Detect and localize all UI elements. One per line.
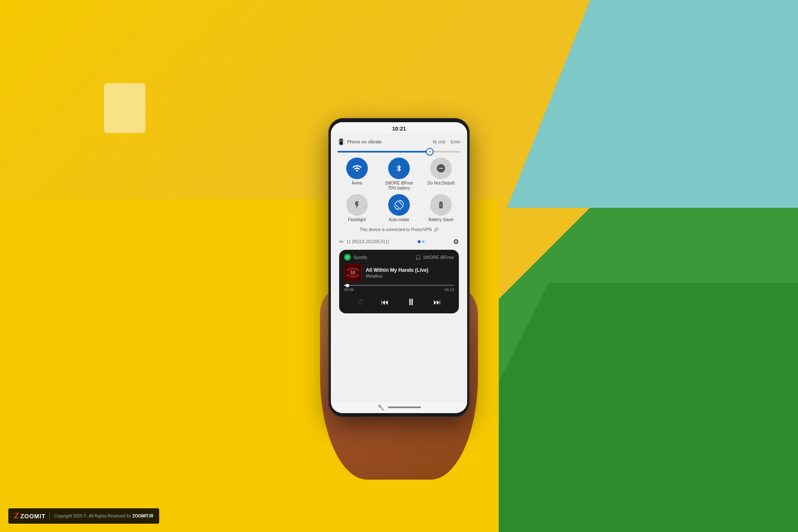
toggle-bluetooth: 1MORE iBFree 70% battery: [379, 158, 418, 191]
vpn-notice: This device is connected to ProtonVPN 🔗: [337, 226, 461, 234]
plant-decoration: [83, 8, 166, 133]
autorotate-button[interactable]: [388, 194, 410, 216]
brightness-row[interactable]: ✦: [337, 149, 461, 154]
album-art: M: [344, 264, 362, 281]
previous-button[interactable]: ⏮: [379, 296, 390, 308]
status-bar: 10:21: [331, 122, 467, 133]
plant-pot: [104, 83, 145, 133]
dnd-option-1[interactable]: lls only: [433, 140, 446, 144]
progress-thumb: [346, 284, 349, 287]
build-dots: [418, 240, 425, 243]
spotify-card[interactable]: Spotify 🎧 1MORE iBFree: [339, 250, 459, 313]
dnd-option-2[interactable]: Emer: [451, 140, 461, 144]
build-left: ✏ 11 (RQ1A.201205.011): [339, 239, 389, 245]
pause-button[interactable]: ⏸: [405, 295, 417, 309]
svg-text:M: M: [350, 269, 355, 276]
nav-icon: 🔧: [377, 404, 384, 411]
playback-controls: ♡ ⏮ ⏸ ⏭: [344, 295, 454, 309]
toggle-autorotate: Auto-rotate: [379, 194, 418, 222]
spotify-app-name: Spotify: [353, 255, 367, 260]
battery-saver-label: Battery Saver: [429, 217, 454, 222]
track-title: All Within My Hands (Live): [366, 267, 454, 273]
spotify-track-row: M All Within My Hands (Live) Metallica: [344, 264, 454, 281]
time-current: 00:09: [344, 288, 354, 292]
spotify-app-info: Spotify: [344, 254, 367, 261]
watermark-logo: Z ZOOMIT: [14, 512, 45, 520]
vpn-text: This device is connected to ProtonVPN: [360, 227, 431, 232]
phone-scene: 10:21 📳 Phone on vibrate lls only Emer: [295, 76, 503, 471]
vibrate-row: 📳 Phone on vibrate lls only Emer: [337, 138, 461, 146]
build-info: 11 (RQ1A.201205.011): [346, 239, 389, 244]
vibrate-left: 📳 Phone on vibrate: [337, 138, 382, 145]
watermark-z-icon: Z: [14, 512, 19, 520]
vpn-icon: 🔗: [433, 227, 438, 232]
toggle-dnd: Do Not Disturb: [422, 158, 461, 191]
vibrate-icon: 📳: [337, 138, 345, 145]
spotify-icon: [344, 254, 351, 261]
build-dot-1: [418, 240, 421, 243]
next-button[interactable]: ⏭: [432, 296, 443, 308]
brightness-fill: [337, 151, 430, 153]
dnd-button[interactable]: [430, 158, 452, 179]
bluetooth-label: 1MORE iBFree 70% battery: [385, 181, 413, 191]
headphone-icon: 🎧: [415, 255, 421, 260]
brightness-track[interactable]: ✦: [337, 151, 461, 153]
flashlight-label: Flashlight: [348, 217, 366, 222]
toggle-grid-row1: Avina 1MORE iBFree 70% battery: [337, 158, 461, 191]
build-row: ✏ 11 (RQ1A.201205.011) ⚙: [337, 237, 461, 246]
nav-bar: 🔧: [331, 402, 467, 413]
progress-bar[interactable]: [344, 285, 454, 286]
watermark: Z ZOOMIT Copyright 2020 ©, All Rights Re…: [8, 508, 159, 524]
wifi-button[interactable]: [346, 158, 368, 179]
edit-icon[interactable]: ✏: [339, 239, 344, 245]
brightness-thumb[interactable]: ✦: [426, 148, 433, 155]
track-artist: Metallica: [366, 274, 454, 278]
spotify-header: Spotify 🎧 1MORE iBFree: [344, 254, 454, 261]
status-time: 10:21: [392, 126, 406, 132]
track-info: All Within My Hands (Live) Metallica: [366, 267, 454, 278]
vibrate-label: Phone on vibrate: [347, 139, 382, 144]
bluetooth-button[interactable]: [388, 158, 410, 179]
device-name: 1MORE iBFree: [423, 255, 454, 260]
toggle-battery-saver: Battery Saver: [422, 194, 461, 222]
phone-screen: 10:21 📳 Phone on vibrate lls only Emer: [331, 122, 467, 413]
toggle-wifi: Avina: [337, 158, 376, 191]
settings-icon[interactable]: ⚙: [453, 238, 459, 246]
brightness-thumb-icon: ✦: [429, 150, 431, 154]
home-indicator[interactable]: [388, 406, 421, 408]
time-row: 00:09 06:13: [344, 288, 454, 292]
quick-settings-panel: 📳 Phone on vibrate lls only Emer: [331, 133, 467, 402]
dnd-label: Do Not Disturb: [428, 181, 455, 186]
watermark-copyright: Copyright 2020 ©, All Rights Reserved fo…: [54, 514, 153, 518]
spotify-device: 🎧 1MORE iBFree: [415, 255, 454, 260]
wifi-label: Avina: [352, 181, 362, 186]
watermark-divider: [49, 512, 50, 520]
toggle-grid-row2: Flashlight Auto-rotate: [337, 194, 461, 222]
autorotate-label: Auto-rotate: [389, 217, 409, 222]
build-dot-2: [422, 240, 425, 243]
toggle-flashlight: Flashlight: [337, 194, 376, 222]
battery-saver-button[interactable]: [430, 194, 452, 216]
bg-teal: [507, 0, 798, 208]
flashlight-button[interactable]: [346, 194, 368, 216]
phone-frame: 10:21 📳 Phone on vibrate lls only Emer: [328, 118, 470, 417]
time-total: 06:13: [444, 288, 454, 292]
vibrate-right: lls only Emer: [433, 140, 461, 144]
watermark-brand: ZOOMIT: [20, 513, 45, 520]
like-button[interactable]: ♡: [356, 297, 365, 308]
